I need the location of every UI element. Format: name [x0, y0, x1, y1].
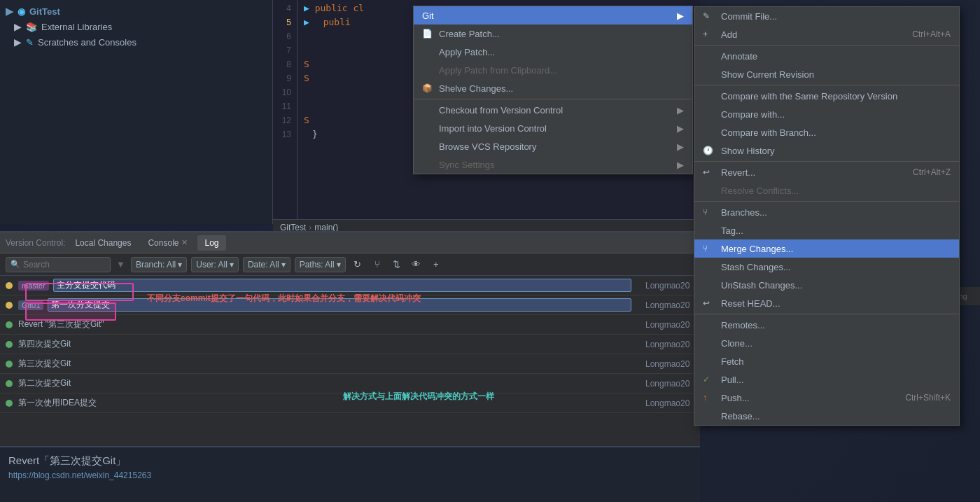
commit-row-3[interactable]: Revert "第三次提交Git" Longmao 20	[0, 315, 700, 335]
line-12: 12	[273, 113, 297, 127]
submenu-show-current-revision[interactable]: Show Current Revision	[694, 65, 959, 83]
commit-row-4[interactable]: 第四次提交Git Longmao 20	[0, 335, 700, 354]
create-patch-icon: 📄	[422, 29, 433, 39]
commit-subject-1: 主分支提交代码	[53, 279, 631, 292]
apply-patch-label: Apply Patch...	[439, 47, 684, 57]
commit-author-1: Longmao	[631, 281, 680, 291]
tag-label: Tag...	[721, 225, 951, 236]
commit-row-6[interactable]: 第二次提交Git Longmao 20	[0, 374, 700, 393]
commit-dot-4	[6, 341, 13, 348]
submenu-merge-changes[interactable]: ⑂ Merge Changes...	[694, 239, 959, 258]
submenu-branches[interactable]: ⑂ Branches...	[694, 203, 959, 221]
commit-row-2[interactable]: Git01 第一次分支提交 Longmao 20	[0, 295, 700, 315]
git-right-submenu: ✎ Commit File... + Add Ctrl+Alt+A Annota…	[694, 6, 960, 426]
sidebar-item-external-libraries[interactable]: ▶ 📚 External Libraries	[0, 19, 272, 34]
shelve-label: Shelve Changes...	[439, 83, 684, 94]
import-label: Import into Version Control	[439, 123, 677, 134]
scratch-icon: ✎	[26, 37, 34, 48]
annotate-label: Annotate	[721, 51, 951, 62]
commit-row-5[interactable]: 第三次提交Git Longmao 20	[0, 354, 700, 374]
submenu-fetch[interactable]: Fetch	[694, 352, 959, 370]
commit-row-1[interactable]: master 主分支提交代码 Longmao 20	[0, 276, 700, 295]
submenu-reset-head[interactable]: ↩ Reset HEAD...	[694, 294, 959, 312]
line-8: 8	[273, 57, 297, 71]
merge-icon: ⑂	[703, 244, 715, 253]
submenu-pull[interactable]: ✓ Pull...	[694, 370, 959, 389]
compare-with-label: Compare with...	[721, 109, 951, 120]
submenu-add[interactable]: + Add Ctrl+Alt+A	[694, 25, 959, 43]
create-patch-label: Create Patch...	[439, 29, 684, 39]
tab-console[interactable]: Console ✕	[141, 235, 195, 251]
sort-button[interactable]: ⇅	[389, 257, 405, 272]
submenu-compare-with-branch[interactable]: Compare with Branch...	[694, 123, 959, 141]
console-close-icon[interactable]: ✕	[181, 238, 188, 247]
revert-icon: ↩	[703, 167, 715, 177]
submenu-push[interactable]: ↑ Push... Ctrl+Shift+K	[694, 389, 959, 407]
show-revision-label: Show Current Revision	[721, 69, 951, 80]
vc-label: Version Control:	[6, 238, 65, 248]
tab-log[interactable]: Log	[197, 235, 225, 251]
sync-arrow: ▶	[677, 160, 684, 170]
revert-shortcut: Ctrl+Alt+Z	[913, 167, 951, 177]
add-label: Add	[721, 29, 912, 40]
commit-date-1: 20	[680, 281, 694, 291]
submenu-unstash-changes[interactable]: UnStash Changes...	[694, 276, 959, 294]
submenu-compare-same-repo[interactable]: Compare with the Same Repository Version	[694, 87, 959, 105]
branches-label: Branches...	[721, 207, 951, 218]
branch-filter[interactable]: Branch: All ▾	[131, 257, 187, 272]
branch-filter-arrow: ▾	[178, 260, 182, 270]
submenu-compare-with[interactable]: Compare with...	[694, 105, 959, 123]
submenu-rebase[interactable]: Rebase...	[694, 407, 959, 425]
lib-icon: 📚	[26, 22, 37, 32]
commit-subject-3: Revert "第三次提交Git"	[18, 319, 631, 330]
sidebar-item-scratches[interactable]: ▶ ✎ Scratches and Consoles	[0, 34, 272, 50]
vc-toolbar: 🔍 ▼ Branch: All ▾ User: All ▾ Date: All …	[0, 253, 700, 276]
git-menu-create-patch[interactable]: 📄 Create Patch...	[414, 25, 692, 43]
git-menu-checkout-vcs[interactable]: Checkout from Version Control ▶	[414, 101, 692, 119]
git-menu-browse-vcs[interactable]: Browse VCS Repository ▶	[414, 137, 692, 155]
refresh-button[interactable]: ↻	[350, 257, 365, 272]
search-input[interactable]	[23, 260, 106, 270]
project-sidebar: ▶ ◉ GitTest ▶ 📚 External Libraries ▶ ✎ S…	[0, 0, 273, 224]
submenu-annotate[interactable]: Annotate	[694, 47, 959, 65]
commit-subject-2: 第一次分支提交	[48, 298, 631, 312]
line-numbers: 4 5 6 7 8 9 10 11 12 13	[273, 0, 298, 224]
line-13: 13	[273, 127, 297, 141]
commit-dot-6	[6, 380, 13, 387]
add-button[interactable]: +	[428, 257, 444, 272]
submenu-clone[interactable]: Clone...	[694, 334, 959, 352]
eye-button[interactable]: 👁	[409, 257, 424, 272]
submenu-commit-file[interactable]: ✎ Commit File...	[694, 7, 959, 25]
git-menu-header[interactable]: Git ▶	[414, 6, 692, 25]
branch-tag-git01: Git01	[18, 300, 43, 310]
branch-button[interactable]: ⑂	[370, 257, 385, 272]
browse-arrow: ▶	[677, 141, 684, 152]
git-menu-shelve[interactable]: 📦 Shelve Changes...	[414, 79, 692, 97]
commit-subject-5: 第三次提交Git	[18, 358, 631, 370]
git-menu-import-vcs[interactable]: Import into Version Control ▶	[414, 119, 692, 137]
commit-search-box[interactable]: 🔍	[6, 257, 111, 272]
submenu-revert[interactable]: ↩ Revert... Ctrl+Alt+Z	[694, 163, 959, 181]
submenu-sep2	[694, 85, 959, 85]
tab-local-changes[interactable]: Local Changes	[68, 235, 138, 251]
commit-row-7[interactable]: 第一次使用IDEA提交 Longmao 20	[0, 393, 700, 413]
submenu-show-history[interactable]: 🕐 Show History	[694, 141, 959, 160]
paths-filter-label: Paths: All	[300, 260, 335, 270]
git-context-menu: Git ▶ 📄 Create Patch... Apply Patch... A…	[413, 6, 693, 174]
commit-author-2: Longmao	[631, 300, 680, 310]
sidebar-item-gittest[interactable]: ▶ ◉ GitTest	[0, 0, 272, 19]
paths-filter[interactable]: Paths: All ▾	[295, 257, 346, 272]
submenu-stash-changes[interactable]: Stash Changes...	[694, 258, 959, 276]
ext-libs-label: External Libraries	[41, 22, 112, 32]
git-menu-apply-patch[interactable]: Apply Patch...	[414, 43, 692, 61]
submenu-sep1	[694, 45, 959, 46]
submenu-tag[interactable]: Tag...	[694, 221, 959, 239]
date-filter[interactable]: Date: All ▾	[243, 257, 290, 272]
submenu-remotes[interactable]: Remotes...	[694, 316, 959, 334]
merge-label: Merge Changes...	[721, 244, 951, 254]
commit-date-6: 20	[680, 379, 694, 389]
unstash-label: UnStash Changes...	[721, 280, 951, 291]
user-filter[interactable]: User: All ▾	[191, 257, 239, 272]
user-filter-label: User: All	[196, 260, 227, 270]
commit-author-4: Longmao	[631, 340, 680, 349]
